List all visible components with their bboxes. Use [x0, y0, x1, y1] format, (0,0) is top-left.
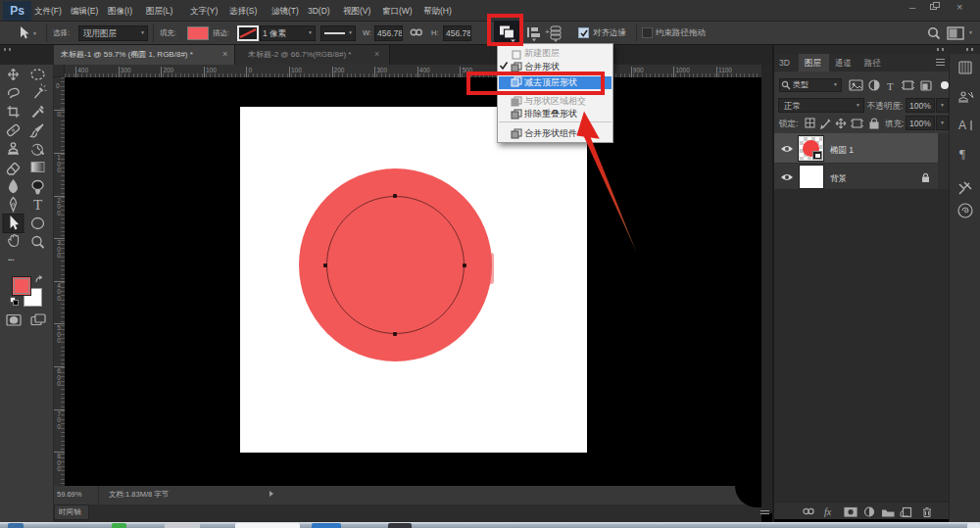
svg-text:fx: fx: [824, 506, 832, 517]
svg-text:T: T: [33, 197, 42, 213]
svg-text:A: A: [958, 119, 966, 132]
svg-text:¶: ¶: [959, 146, 965, 161]
svg-text:T: T: [887, 80, 894, 92]
svg-text:+: +: [545, 27, 550, 36]
